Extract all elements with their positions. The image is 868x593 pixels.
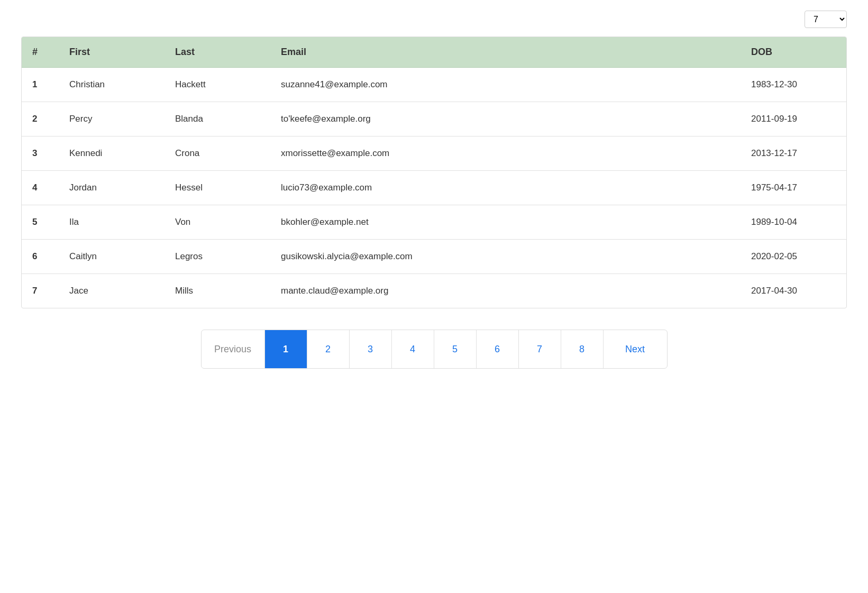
table-row: 7 Jace Mills mante.claud@example.org 201… (22, 274, 846, 308)
cell-first: Kennedi (59, 136, 165, 171)
cell-first: Christian (59, 68, 165, 102)
table-row: 3 Kennedi Crona xmorissette@example.com … (22, 136, 846, 171)
table-row: 4 Jordan Hessel lucio73@example.com 1975… (22, 171, 846, 205)
cell-dob: 2020-02-05 (741, 240, 846, 274)
col-header-dob: DOB (741, 37, 846, 68)
table-row: 2 Percy Blanda to'keefe@example.org 2011… (22, 102, 846, 136)
page-3-button[interactable]: 3 (350, 330, 392, 368)
table-row: 6 Caitlyn Legros gusikowski.alycia@examp… (22, 240, 846, 274)
page-size-select[interactable]: 5 7 10 25 50 (805, 11, 847, 28)
table-row: 5 Ila Von bkohler@example.net 1989-10-04 (22, 205, 846, 240)
pagination: Previous 1 2 3 4 5 6 7 8 Next (201, 330, 668, 369)
cell-dob: 1989-10-04 (741, 205, 846, 240)
cell-email: to'keefe@example.org (270, 102, 741, 136)
cell-email: suzanne41@example.com (270, 68, 741, 102)
cell-email: xmorissette@example.com (270, 136, 741, 171)
cell-num: 4 (22, 171, 59, 205)
cell-dob: 1983-12-30 (741, 68, 846, 102)
cell-last: Hessel (165, 171, 270, 205)
cell-first: Ila (59, 205, 165, 240)
cell-last: Legros (165, 240, 270, 274)
cell-num: 1 (22, 68, 59, 102)
cell-dob: 1975-04-17 (741, 171, 846, 205)
cell-last: Blanda (165, 102, 270, 136)
table-row: 1 Christian Hackett suzanne41@example.co… (22, 68, 846, 102)
cell-email: mante.claud@example.org (270, 274, 741, 308)
page-4-button[interactable]: 4 (392, 330, 434, 368)
cell-num: 5 (22, 205, 59, 240)
cell-last: Crona (165, 136, 270, 171)
next-button[interactable]: Next (604, 330, 667, 368)
cell-num: 6 (22, 240, 59, 274)
cell-first: Percy (59, 102, 165, 136)
cell-email: gusikowski.alycia@example.com (270, 240, 741, 274)
cell-dob: 2017-04-30 (741, 274, 846, 308)
cell-email: bkohler@example.net (270, 205, 741, 240)
table-container: # First Last Email DOB 1 Christian Hacke… (21, 37, 847, 308)
col-header-email: Email (270, 37, 741, 68)
data-table: # First Last Email DOB 1 Christian Hacke… (22, 37, 846, 308)
cell-num: 7 (22, 274, 59, 308)
cell-last: Hackett (165, 68, 270, 102)
cell-dob: 2013-12-17 (741, 136, 846, 171)
previous-button[interactable]: Previous (202, 330, 265, 368)
top-controls: 5 7 10 25 50 (21, 11, 847, 28)
page-1-button[interactable]: 1 (265, 330, 307, 368)
cell-first: Caitlyn (59, 240, 165, 274)
page-7-button[interactable]: 7 (519, 330, 561, 368)
cell-num: 3 (22, 136, 59, 171)
table-header-row: # First Last Email DOB (22, 37, 846, 68)
cell-num: 2 (22, 102, 59, 136)
col-header-last: Last (165, 37, 270, 68)
cell-email: lucio73@example.com (270, 171, 741, 205)
page-6-button[interactable]: 6 (477, 330, 519, 368)
cell-first: Jace (59, 274, 165, 308)
page-5-button[interactable]: 5 (434, 330, 477, 368)
col-header-num: # (22, 37, 59, 68)
cell-dob: 2011-09-19 (741, 102, 846, 136)
cell-last: Von (165, 205, 270, 240)
page-8-button[interactable]: 8 (561, 330, 604, 368)
cell-last: Mills (165, 274, 270, 308)
page-2-button[interactable]: 2 (307, 330, 350, 368)
col-header-first: First (59, 37, 165, 68)
cell-first: Jordan (59, 171, 165, 205)
